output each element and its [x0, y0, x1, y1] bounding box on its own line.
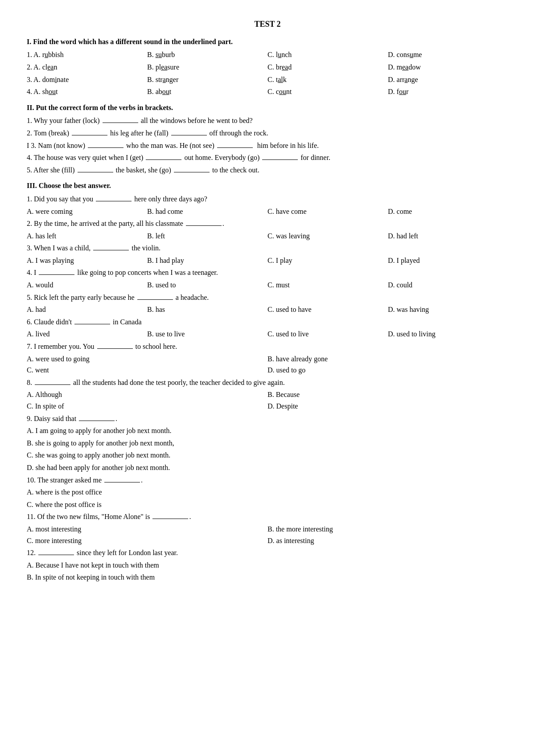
s3-q5-text: 5. Rick left the party early because he … [27, 292, 508, 303]
q4-a: 4. A. shout [27, 86, 147, 98]
s3-q5-options: A. had B. has C. used to have D. was hav… [27, 304, 508, 315]
q2-c: C. bread [268, 61, 388, 73]
s2-q4: 4. The house was very quiet when I (get)… [27, 152, 508, 163]
s3-q3-options: A. I was playing B. I had play C. I play… [27, 255, 508, 266]
q3-c: C. talk [268, 74, 388, 86]
s3-q2-text: 2. By the time, he arrived at the party,… [27, 218, 508, 229]
q4-c: C. count [268, 86, 388, 98]
q2-row: 2. A. clean B. pleasure C. bread D. mead… [27, 61, 508, 73]
section3: III. Choose the best answer. 1. Did you … [27, 180, 508, 583]
section3-heading: III. Choose the best answer. [27, 180, 508, 192]
page-title: TEST 2 [27, 18, 508, 31]
s3-q12-b: B. In spite of not keeping in touch with… [27, 572, 508, 583]
section1: I. Find the word which has a different s… [27, 36, 508, 98]
s3-q9-b: B. she is going to apply for another job… [27, 437, 508, 449]
s3-q4-options: A. would B. used to C. must D. could [27, 279, 508, 291]
q1-d: D. consume [388, 49, 508, 61]
q1-b: B. suburb [147, 49, 268, 61]
q2-d: D. meadow [388, 61, 508, 73]
q1-row: 1. A. rubbish B. suburb C. lunch D. cons… [27, 49, 508, 61]
s2-q5: 5. After she (fill) the basket, she (go)… [27, 164, 508, 176]
s3-q11-options: A. most interesting B. the more interest… [27, 523, 508, 546]
s3-q8-text: 8. all the students had done the test po… [27, 377, 508, 388]
s3-q9-text: 9. Daisy said that . [27, 413, 508, 425]
s3-q10-a: A. where is the post office [27, 486, 508, 498]
s2-q3: I 3. Nam (not know) who the man was. He … [27, 140, 508, 151]
s3-q8-options: A. Although B. Because C. In spite of D.… [27, 389, 508, 412]
s3-q6-text: 6. Claude didn't in Canada [27, 316, 508, 328]
q3-row: 3. A. dominate B. stranger C. talk D. ar… [27, 74, 508, 86]
s3-q12-text: 12. since they left for London last year… [27, 547, 508, 559]
q2-a: 2. A. clean [27, 61, 147, 73]
s2-q1: 1. Why your father (lock) all the window… [27, 115, 508, 127]
s3-q7-options: A. were used to going B. have already go… [27, 353, 508, 376]
s3-q9-c: C. she was going to apply another job ne… [27, 450, 508, 461]
section2-heading: II. Put the correct form of the verbs in… [27, 102, 508, 114]
s3-q2-options: A. has left B. left C. was leaving D. ha… [27, 230, 508, 242]
s3-q9-d: D. she had been apply for another job ne… [27, 462, 508, 474]
s3-q12-a: A. Because I have not kept in touch with… [27, 560, 508, 571]
s3-q11-text: 11. Of the two new films, "Home Alone" i… [27, 511, 508, 523]
q4-d: D. four [388, 86, 508, 98]
q1-num: 1. A. rubbish [27, 49, 147, 61]
s3-q3-text: 3. When I was a child, the violin. [27, 242, 508, 254]
s3-q9-a: A. I am going to apply for another job n… [27, 425, 508, 437]
q2-b: B. pleasure [147, 61, 268, 73]
q3-b: B. stranger [147, 74, 268, 86]
s3-q1-text: 1. Did you say that you here only three … [27, 193, 508, 205]
s3-q4-text: 4. I like going to pop concerts when I w… [27, 267, 508, 278]
q4-row: 4. A. shout B. about C. count D. four [27, 86, 508, 98]
q1-c: C. lunch [268, 49, 388, 61]
s3-q6-options: A. lived B. use to live C. used to live … [27, 328, 508, 340]
s3-q7-text: 7. I remember you. You to school here. [27, 341, 508, 352]
s3-q1-options: A. were coming B. had come C. have come … [27, 206, 508, 217]
q4-b: B. about [147, 86, 268, 98]
section2: II. Put the correct form of the verbs in… [27, 102, 508, 176]
q3-a: 3. A. dominate [27, 74, 147, 86]
s2-q2: 2. Tom (break) his leg after he (fall) o… [27, 127, 508, 139]
s3-q10-c: C. where the post office is [27, 499, 508, 511]
s3-q10-text: 10. The stranger asked me . [27, 474, 508, 486]
section1-heading: I. Find the word which has a different s… [27, 36, 508, 48]
q3-d: D. arrange [388, 74, 508, 86]
